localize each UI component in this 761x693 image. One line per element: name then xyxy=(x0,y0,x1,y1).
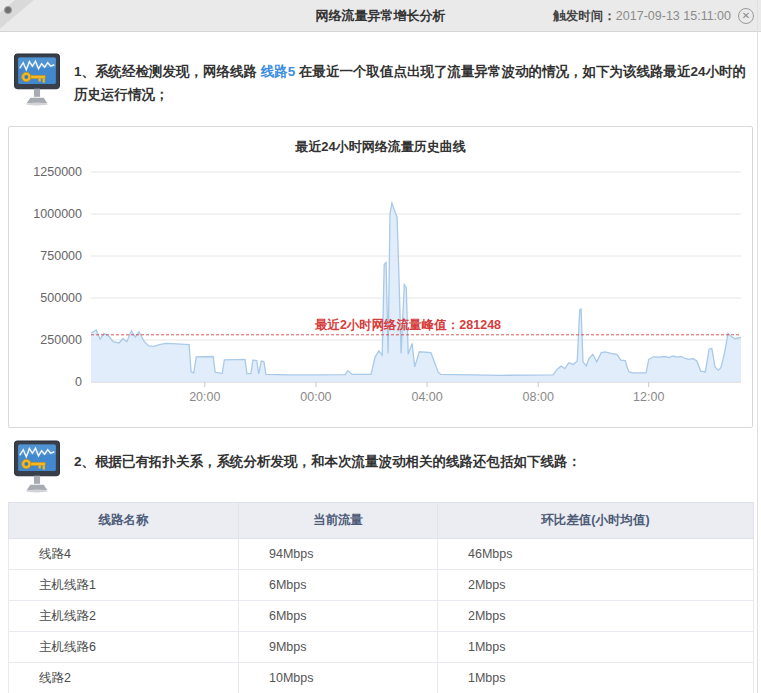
table-cell: 6Mbps xyxy=(239,570,438,601)
traffic-history-panel: 最近24小时网络流量历史曲线 0250000500000750000100000… xyxy=(8,126,753,428)
table-header-cell: 当前流量 xyxy=(239,503,438,539)
close-icon[interactable]: ✕ xyxy=(738,8,754,24)
trigger-time-label: 触发时间： xyxy=(553,9,616,23)
trigger-time-value: 2017-09-13 15:11:00 xyxy=(616,9,731,23)
table-header-row: 线路名称当前流量环比差值(小时均值) xyxy=(9,503,754,539)
table-row: 线路210Mbps1Mbps xyxy=(9,663,754,693)
table-cell: 94Mbps xyxy=(239,539,438,570)
line5-link[interactable]: 线路5 xyxy=(261,64,296,79)
svg-text:08:00: 08:00 xyxy=(523,390,554,404)
svg-text:04:00: 04:00 xyxy=(411,390,442,404)
related-lines-table: 线路名称当前流量环比差值(小时均值) 线路494Mbps46Mbps主机线路16… xyxy=(8,502,753,693)
finding-1-prefix: 1、系统经检测发现，网络线路 xyxy=(74,64,261,79)
window-dot-icon xyxy=(4,6,12,14)
svg-text:最近2小时网络流量峰值：281248: 最近2小时网络流量峰值：281248 xyxy=(314,318,501,332)
svg-text:500000: 500000 xyxy=(40,291,82,305)
table-row: 线路494Mbps46Mbps xyxy=(9,539,754,570)
table-cell: 6Mbps xyxy=(239,601,438,632)
title-bar: 网络流量异常增长分析 触发时间：2017-09-13 15:11:00 ✕ xyxy=(0,0,761,32)
table-cell: 46Mbps xyxy=(438,539,754,570)
table-row: 主机线路26Mbps2Mbps xyxy=(9,601,754,632)
table-cell: 2Mbps xyxy=(438,570,754,601)
finding-2-text: 2、根据已有拓扑关系，系统分析发现，和本次流量波动相关的线路还包括如下线路： xyxy=(74,450,752,473)
svg-text:1000000: 1000000 xyxy=(33,207,82,221)
table-header-cell: 线路名称 xyxy=(9,503,239,539)
table-cell: 1Mbps xyxy=(438,632,754,663)
table-cell: 主机线路6 xyxy=(9,632,239,663)
table-cell: 主机线路2 xyxy=(9,601,239,632)
svg-text:20:00: 20:00 xyxy=(189,390,220,404)
table-cell: 10Mbps xyxy=(239,663,438,693)
monitor-chart-icon xyxy=(13,440,61,493)
table-cell: 1Mbps xyxy=(438,663,754,693)
panel-right-border xyxy=(757,0,758,693)
chart-title: 最近24小时网络流量历史曲线 xyxy=(9,138,752,156)
svg-text:1250000: 1250000 xyxy=(33,165,82,179)
finding-1-text: 1、系统经检测发现，网络线路 线路5 在最近一个取值点出现了流量异常波动的情况，… xyxy=(74,60,752,106)
table-cell: 2Mbps xyxy=(438,601,754,632)
monitor-chart-icon xyxy=(13,53,61,106)
trigger-time: 触发时间：2017-09-13 15:11:00 xyxy=(553,0,731,32)
table-cell: 主机线路1 xyxy=(9,570,239,601)
related-lines-tbody: 线路494Mbps46Mbps主机线路16Mbps2Mbps主机线路26Mbps… xyxy=(9,539,754,693)
svg-text:250000: 250000 xyxy=(40,333,82,347)
table-cell: 线路2 xyxy=(9,663,239,693)
table-cell: 9Mbps xyxy=(239,632,438,663)
table-row: 主机线路16Mbps2Mbps xyxy=(9,570,754,601)
svg-text:00:00: 00:00 xyxy=(300,390,331,404)
svg-text:12:00: 12:00 xyxy=(633,390,664,404)
table-cell: 线路4 xyxy=(9,539,239,570)
svg-text:0: 0 xyxy=(75,375,82,389)
table-row: 主机线路69Mbps1Mbps xyxy=(9,632,754,663)
traffic-history-chart[interactable]: 02500005000007500001000000125000020:0000… xyxy=(9,157,752,427)
svg-text:750000: 750000 xyxy=(40,249,82,263)
table-header-cell: 环比差值(小时均值) xyxy=(438,503,754,539)
